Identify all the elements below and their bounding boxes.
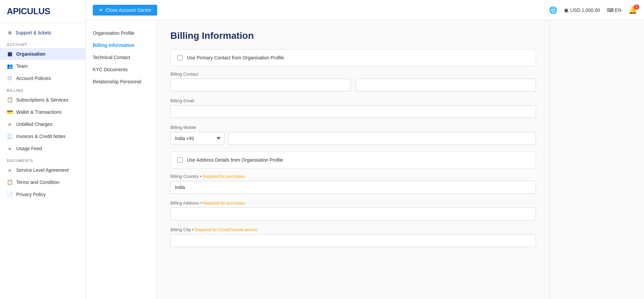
billing-address-input[interactable] [170,208,536,220]
translate-icon: ⌨ [607,7,614,13]
organisation-icon: ▦ [7,51,13,57]
billing-address-required: Required for purchases [203,201,245,206]
team-icon: 👥 [7,63,13,69]
currency-display[interactable]: ▣ USD 1,000.00 [564,7,600,13]
billing-city-required: Required for CloudConsole access [195,227,257,232]
sub-nav-technical-contact[interactable]: Technical Contact [86,51,157,63]
content-area: Organisation Profile Billing Information… [86,20,644,299]
sidebar-item-invoices[interactable]: 🧾 Invoices & Credit Notes [0,130,86,142]
use-address-card: Use Address Details from Organisation Pr… [170,152,536,168]
billing-contact-last-input[interactable] [356,79,536,91]
sub-sidebar: Organisation Profile Billing Information… [86,20,157,299]
notification-button[interactable]: 🔔 1 [628,6,637,15]
billing-city-group: Billing City • Required for CloudConsole… [170,227,536,247]
shield-icon: 🛡 [7,75,13,81]
sub-nav-kyc-docs[interactable]: KYC Documents [86,63,157,76]
use-primary-contact-card: Use Primary Contact from Organisation Pr… [170,49,536,66]
use-address-checkbox[interactable] [177,157,183,163]
billing-country-label: Billing Country • Required for purchases [170,174,536,179]
section-billing-label: BILLING [0,84,86,94]
topbar-actions: 🌐 ▣ USD 1,000.00 ⌨ EN 🔔 1 [549,6,637,15]
sidebar-item-sla[interactable]: ≡ Service Level Agreement [0,164,86,176]
right-panel [550,20,644,299]
billing-address-label: Billing Address • Required for purchases [170,200,536,206]
section-account-label: ACCOUNT [0,38,86,48]
sub-nav-billing-info[interactable]: Billing Information [86,39,157,51]
billing-contact-label: Billing Contact [170,72,536,77]
billing-email-input[interactable] [170,105,536,118]
billing-country-select[interactable]: India [170,181,536,194]
sidebar-item-organisation[interactable]: ▦ Organisation [0,48,86,60]
billing-contact-group: Billing Contact [170,72,536,91]
left-sidebar: APICULUS ⊕ Support & tickets ACCOUNT ▦ O… [0,0,86,299]
sub-nav-org-profile[interactable]: Organisation Profile [86,27,157,39]
notification-badge: 1 [634,4,639,10]
subscriptions-icon: 📋 [7,97,13,103]
section-documents-label: DOCUMENTS [0,155,86,164]
billing-country-group: Billing Country • Required for purchases… [170,174,536,194]
support-tickets-item[interactable]: ⊕ Support & tickets [0,26,86,38]
sidebar-item-subscriptions[interactable]: 📋 Subscriptions & Services [0,94,86,106]
sla-icon: ≡ [7,167,13,173]
topbar: ✕ Close Account Centre 🌐 ▣ USD 1,000.00 … [86,0,644,20]
main-area: ✕ Close Account Centre 🌐 ▣ USD 1,000.00 … [86,0,644,299]
sidebar-item-account-policies[interactable]: 🛡 Account Policies [0,72,86,84]
unbilled-icon: ≡ [7,121,13,127]
billing-contact-row [170,79,536,91]
close-x-icon: ✕ [99,7,103,13]
logo-area: APICULUS [0,0,86,23]
billing-contact-first-input[interactable] [170,79,351,91]
wallet-icon: 💳 [7,109,13,115]
app-logo: APICULUS [7,6,79,17]
billing-city-input[interactable] [170,234,536,247]
sidebar-item-usage[interactable]: ≡ Usage Feed [0,142,86,155]
support-icon: ⊕ [7,30,13,36]
usage-icon: ≡ [7,145,13,152]
sub-nav-relationship[interactable]: Relationship Personnel [86,76,157,88]
use-primary-contact-label[interactable]: Use Primary Contact from Organisation Pr… [187,55,284,60]
use-primary-contact-checkbox[interactable] [177,55,183,60]
billing-mobile-group: Billing Mobile India +91 [170,125,536,145]
main-content: Billing Information Use Primary Contact … [157,20,550,299]
billing-mobile-input[interactable] [228,132,536,145]
page-title: Billing Information [170,30,536,41]
use-address-label[interactable]: Use Address Details from Organisation Pr… [187,157,283,163]
sidebar-item-wallet[interactable]: 💳 Wallet & Transactions [0,106,86,118]
billing-email-group: Billing Email [170,98,536,118]
billing-city-label: Billing City • Required for CloudConsole… [170,227,536,232]
sidebar-nav: ⊕ Support & tickets ACCOUNT ▦ Organisati… [0,23,86,299]
billing-mobile-label: Billing Mobile [170,125,536,130]
sidebar-item-privacy[interactable]: 📄 Privacy Policy [0,188,86,200]
currency-icon: ▣ [564,7,568,13]
billing-email-label: Billing Email [170,98,536,103]
privacy-icon: 📄 [7,191,13,197]
invoices-icon: 🧾 [7,133,13,139]
terms-icon: 📋 [7,179,13,185]
billing-address-group: Billing Address • Required for purchases [170,200,536,220]
billing-mobile-row: India +91 [170,132,536,145]
sidebar-item-terms[interactable]: 📋 Terms and Condition [0,176,86,188]
sidebar-item-unbilled[interactable]: ≡ Unbilled Charges [0,118,86,130]
billing-mobile-country-select[interactable]: India +91 [170,132,224,145]
billing-country-required: Required for purchases [203,174,245,179]
support-label: Support & tickets [16,30,51,35]
language-selector[interactable]: ⌨ EN [607,7,621,13]
close-account-centre-button[interactable]: ✕ Close Account Centre [93,5,157,16]
globe-icon[interactable]: 🌐 [549,6,557,14]
sidebar-item-team[interactable]: 👥 Team [0,60,86,72]
